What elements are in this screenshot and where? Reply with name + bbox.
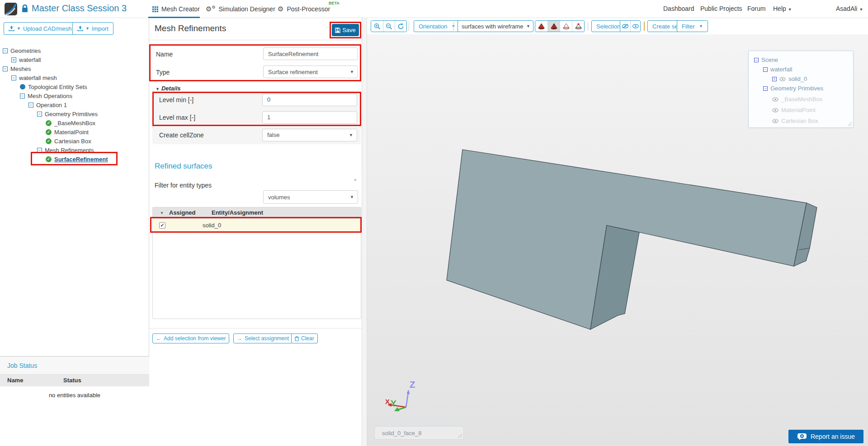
- details-value-input[interactable]: 0: [262, 94, 357, 106]
- hide-selection-button[interactable]: [620, 21, 630, 32]
- filter-value: volumes: [268, 194, 290, 201]
- tree-item[interactable]: Cartesian Box: [0, 136, 148, 146]
- details-value: 1: [267, 114, 270, 121]
- add-selection-from-viewer-button[interactable]: ← Add selection from viewer: [152, 333, 229, 343]
- tree-item[interactable]: Topological Entity Sets: [0, 82, 148, 91]
- eye-icon: [632, 23, 639, 29]
- details-value: false: [267, 131, 279, 138]
- tree-item-label: SurfaceRefinement: [54, 156, 108, 163]
- clear-label: Clear: [301, 335, 314, 342]
- assigned-checkbox[interactable]: [159, 222, 165, 229]
- name-label: Name: [156, 51, 173, 58]
- tree-item-label: MaterialPoint: [54, 129, 89, 136]
- render-mode-points-button[interactable]: [572, 21, 584, 32]
- gears-icon: ⚙⚙: [206, 5, 216, 13]
- details-value-select[interactable]: false ▼: [262, 129, 357, 141]
- tree-item[interactable]: Operation 1: [0, 100, 148, 109]
- tree-item[interactable]: Mesh Operations: [0, 91, 148, 100]
- tree-item[interactable]: _BaseMeshBox: [0, 118, 148, 127]
- divider: [149, 40, 362, 40]
- eye-slash-icon: [622, 23, 629, 29]
- scene-item-label: waterfall: [770, 66, 792, 73]
- tree-item[interactable]: Geometry Primitives: [0, 109, 148, 118]
- user-menu[interactable]: AsadAli▼: [836, 5, 863, 12]
- collapse-panel-handle[interactable]: «: [354, 177, 357, 182]
- type-select[interactable]: Surface refinement ▼: [263, 66, 358, 78]
- scene-tree-item[interactable]: _BaseMeshBox: [749, 94, 853, 104]
- tree-expander-icon[interactable]: [754, 58, 759, 62]
- tab-mesh-creator[interactable]: Mesh Creator: [152, 0, 200, 18]
- job-col-name: Name: [7, 377, 23, 384]
- orientation-label: Orientation: [419, 23, 448, 30]
- tree-item-label: Mesh Operations: [28, 93, 72, 99]
- scene-tree-item[interactable]: Cartesian Box: [749, 116, 853, 126]
- report-label: Report an issue: [811, 433, 855, 440]
- scene-tree-item[interactable]: waterfall: [749, 65, 853, 74]
- link-public-projects[interactable]: Public Projects: [700, 5, 742, 12]
- refresh-view-button[interactable]: [395, 21, 406, 32]
- resize-handle-icon: [458, 434, 462, 438]
- tab-simulation-designer[interactable]: ⚙⚙ Simulation Designer: [206, 0, 275, 18]
- upload-cad-mesh-button[interactable]: ▼ Upload CAD/mesh: [4, 22, 77, 35]
- tree-item-label: waterfall mesh: [19, 75, 57, 81]
- zoom-out-button[interactable]: [383, 21, 395, 32]
- tree-expander-icon[interactable]: [763, 86, 768, 91]
- table-row[interactable]: solid_0: [153, 219, 361, 232]
- tree-item[interactable]: waterfall mesh: [0, 73, 148, 82]
- tree-item[interactable]: Meshes: [0, 64, 148, 73]
- tree-item[interactable]: waterfall: [0, 55, 148, 64]
- viewer-toolbar: Orientation ▼ surfaces with wireframe ▼: [367, 18, 868, 34]
- tree-item-label: _BaseMeshBox: [54, 120, 95, 127]
- render-mode-wireframe-button[interactable]: [560, 21, 572, 32]
- details-row-label: Level max [-]: [152, 114, 195, 121]
- eye-icon[interactable]: [772, 108, 778, 113]
- panel-divider[interactable]: [362, 18, 367, 446]
- name-input[interactable]: [263, 47, 358, 60]
- save-button[interactable]: Save: [332, 24, 359, 36]
- chevron-down-icon: ▼: [526, 24, 530, 28]
- eye-icon[interactable]: [772, 97, 778, 102]
- filter-entity-types-select[interactable]: volumes ▼: [263, 190, 358, 204]
- scene-tree-item[interactable]: solid_0: [749, 74, 853, 84]
- render-mode-surfaces-button[interactable]: [535, 21, 547, 32]
- scene-tree-item[interactable]: MaterialPoint: [749, 105, 853, 115]
- scene-tree-item[interactable]: Scene: [749, 55, 853, 65]
- zoom-in-button[interactable]: [371, 21, 383, 32]
- scene-item-label: MaterialPoint: [781, 107, 816, 113]
- clear-button[interactable]: Clear: [291, 333, 318, 343]
- import-button[interactable]: ▼ Import: [72, 22, 113, 35]
- tree-item[interactable]: Geometries: [0, 46, 148, 55]
- report-an-issue-button[interactable]: Report an issue: [788, 430, 863, 443]
- scene-item-label: _BaseMeshBox: [781, 96, 822, 103]
- link-dashboard[interactable]: Dashboard: [663, 5, 694, 12]
- tab-post-processor[interactable]: ⚙ Post-Processor: [278, 0, 330, 18]
- tree-expander-icon[interactable]: [772, 77, 777, 81]
- scene-tree-item[interactable]: Geometry Primitives: [749, 84, 853, 93]
- cone-wireframe-icon: [562, 23, 570, 29]
- tree-item-label: waterfall: [19, 56, 41, 63]
- render-mode-group: [535, 20, 585, 32]
- sort-triangle-icon[interactable]: ▼: [160, 211, 164, 215]
- select-assignment-button[interactable]: → Select assignment: [233, 333, 292, 343]
- toolbar-separator-orange: [644, 22, 645, 31]
- help-menu[interactable]: Help▼: [773, 5, 792, 12]
- render-mode-surfaces-wireframe-button[interactable]: [547, 21, 560, 32]
- type-value: Surface refinement: [268, 69, 318, 75]
- job-status-empty-text: no entities available: [0, 392, 149, 399]
- tree-item[interactable]: MaterialPoint: [0, 127, 148, 136]
- details-section: Level min [-] 0 Level max [-] 1 Create c: [152, 90, 361, 144]
- tree-expander-icon[interactable]: [763, 67, 768, 72]
- tree-item[interactable]: SurfaceRefinement: [0, 155, 148, 164]
- project-tree: Geometries waterfall Meshes waterfall me…: [0, 46, 148, 164]
- tree-item[interactable]: Mesh Refinements: [0, 146, 148, 155]
- resize-handle-icon[interactable]: [848, 122, 852, 126]
- col-entity-assignment: Entity/Assignment: [212, 209, 263, 216]
- filter-button[interactable]: Filter ▼: [677, 20, 708, 32]
- eye-icon[interactable]: [779, 77, 786, 81]
- details-value-input[interactable]: 1: [262, 111, 357, 124]
- eye-icon[interactable]: [772, 119, 778, 123]
- show-selection-button[interactable]: [630, 21, 640, 32]
- import-label: Import: [92, 25, 108, 32]
- display-mode-select[interactable]: surfaces with wireframe ▼: [458, 20, 533, 32]
- link-forum[interactable]: Forum: [747, 5, 765, 12]
